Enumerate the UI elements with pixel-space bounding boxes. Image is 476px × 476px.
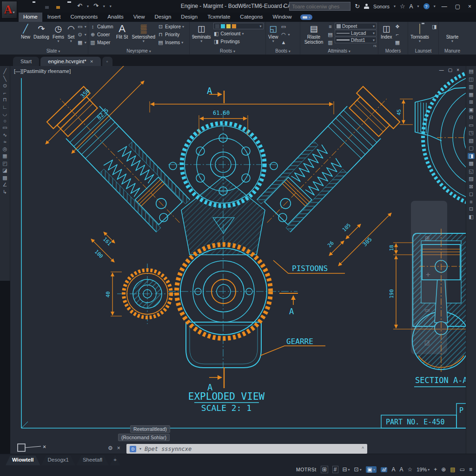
file-tab-drawing[interactable]: engine.hcvrgint* ×: [40, 57, 100, 66]
tab-categories[interactable]: Categons: [235, 13, 267, 22]
command-line[interactable]: D ▾ Bpet sssynncxe ^: [126, 444, 367, 454]
autodesk-a-icon[interactable]: A: [410, 3, 413, 10]
ellipse-tool-icon[interactable]: ◎: [3, 146, 7, 152]
rect-poly-tool-icon[interactable]: ⊓: [3, 97, 7, 103]
views-panel-icon[interactable]: ▭: [469, 122, 473, 128]
osnap-tracking-icon[interactable]: ⊡▾: [354, 466, 362, 473]
sync-icon[interactable]: ↻: [355, 3, 360, 10]
spline-tool-icon[interactable]: ∿: [3, 132, 7, 138]
priority-tool[interactable]: ⊓Priority: [158, 31, 184, 38]
pan-icon[interactable]: ⊕: [441, 466, 446, 473]
dialog-launcher[interactable]: rs: [373, 44, 377, 48]
hatch-editor-panel-icon[interactable]: ▧: [469, 138, 473, 144]
user-caret-icon[interactable]: ▾: [394, 4, 396, 8]
properties-panel-icon[interactable]: ▤: [469, 68, 473, 74]
viewport-close-icon[interactable]: ×: [456, 67, 459, 73]
table-tool[interactable]: ▦▾: [77, 39, 86, 46]
partial-view[interactable]: [415, 68, 466, 207]
clean-screen-icon[interactable]: ▭: [460, 466, 465, 473]
circle-tool-icon[interactable]: ○: [3, 118, 7, 124]
layers-panel-icon[interactable]: ◫: [469, 76, 473, 82]
app-logo[interactable]: A ▾: [1, 1, 17, 19]
help-caret-icon[interactable]: ▾: [434, 4, 436, 8]
annotation-scale-icon[interactable]: af: [381, 467, 387, 472]
search-play-icon[interactable]: ▸: [283, 4, 285, 8]
help-icon[interactable]: ?: [423, 3, 430, 9]
line-tool-icon[interactable]: ╱: [3, 68, 7, 74]
textures-panel-icon[interactable]: ▩: [469, 160, 473, 166]
tab-home[interactable]: Home: [19, 13, 42, 22]
set-button[interactable]: ◠ Set▾: [66, 23, 76, 44]
plot-icon[interactable]: [66, 3, 73, 9]
arc-tool-icon[interactable]: ◡: [3, 111, 7, 117]
moders-tool-1[interactable]: ❖: [394, 23, 400, 30]
viewport-label[interactable]: [—][Pastimiilty rfeename]: [14, 68, 71, 74]
view-arc-tool[interactable]: ◠▾: [281, 31, 290, 38]
setersshed-button[interactable]: ▒ Setersshed▾: [131, 23, 156, 44]
new-drawing-tab-button[interactable]: ◦: [102, 57, 112, 66]
attr-tool-1[interactable]: ≡: [327, 23, 333, 30]
ortho-panel-icon[interactable]: ◻: [469, 191, 473, 197]
list-panel-icon[interactable]: ≡: [469, 199, 472, 205]
user-icon[interactable]: [364, 4, 369, 9]
osnap-panel-icon[interactable]: ⊠: [469, 184, 473, 190]
shade-panel-icon[interactable]: ◧: [469, 214, 473, 220]
new-line-button[interactable]: ╱ New: [20, 23, 31, 40]
moders-tool-2[interactable]: ⌐: [394, 31, 400, 38]
command-expand-icon[interactable]: ^: [362, 446, 364, 451]
calumn-tool[interactable]: ↕Calumn: [90, 23, 113, 30]
file-tab-close-icon[interactable]: ×: [90, 59, 93, 64]
drawing-standards-icon[interactable]: ▤: [450, 466, 455, 473]
open-file-icon[interactable]: [33, 3, 39, 9]
a-caret-icon[interactable]: ▾: [417, 4, 419, 8]
view-button[interactable]: ◱ View▾: [267, 23, 279, 44]
tab-components[interactable]: Compoonts: [66, 13, 102, 22]
undo-icon[interactable]: ↶: [77, 3, 82, 9]
undo-caret-icon[interactable]: ▾: [87, 4, 89, 8]
new-layout-button[interactable]: +: [110, 456, 120, 465]
materials-panel-icon[interactable]: ◨: [468, 153, 474, 159]
viewport-restore-icon[interactable]: ▢: [448, 67, 452, 73]
layer-style-dropdown[interactable]: Laycad▾: [335, 30, 377, 36]
group-label-neyrspme[interactable]: Neyrspme ▾: [90, 48, 188, 54]
command-prompt-text[interactable]: Bpet sssynncxe: [145, 446, 192, 452]
tornisats-button[interactable]: Tornisats▾: [410, 23, 430, 44]
view-tri-tool[interactable]: ▲: [281, 39, 290, 46]
layout-tab-design[interactable]: Desogx1: [41, 456, 75, 465]
seminats-button[interactable]: ◫ 9eminats▾: [191, 23, 212, 44]
command-icon[interactable]: D: [130, 446, 136, 452]
rectangle-tool[interactable]: ▭▾: [77, 23, 86, 30]
save-icon[interactable]: [44, 3, 50, 9]
zoom-level-control[interactable]: 19%▾: [416, 467, 430, 472]
cseriount-tool[interactable]: ◧Cseriount ▾: [213, 30, 264, 37]
color-dropdown[interactable]: Dopeet▾: [335, 23, 377, 29]
attr-tool-2[interactable]: ▤: [327, 31, 333, 38]
cell-panel-icon[interactable]: ⊡: [469, 206, 473, 212]
command-close-icon[interactable]: ×: [117, 445, 120, 451]
qat-customize-icon[interactable]: ▾: [110, 4, 112, 8]
polyline-tool-icon[interactable]: ⌐: [3, 90, 6, 96]
snap-panel-icon[interactable]: ▨: [469, 176, 473, 182]
navigation-overlay[interactable]: ⊞ + ▭ ◲: [411, 201, 447, 354]
customize-icon[interactable]: ⚙: [108, 445, 113, 451]
hatch-tool-icon[interactable]: ▩: [2, 175, 7, 181]
model-space-button[interactable]: MOTRSt: [296, 467, 317, 472]
grid-toggle-icon[interactable]: ⊞: [321, 466, 328, 473]
customization-menu-icon[interactable]: ≡: [469, 466, 472, 473]
tab-insert[interactable]: Insert: [43, 13, 66, 22]
measure-panel-icon[interactable]: ⊞: [469, 99, 473, 105]
solid-tool-icon[interactable]: ◰: [2, 160, 7, 166]
text-tool-button[interactable]: A Flit St: [114, 23, 129, 40]
tab-analits[interactable]: Analits: [103, 13, 128, 22]
group-label-attminats[interactable]: Attminats ▾: [302, 48, 377, 54]
layer-dropdown[interactable]: ▾: [213, 23, 264, 29]
file-tab-start[interactable]: Start: [13, 57, 39, 66]
tab-template[interactable]: Tcxmrlate: [203, 13, 235, 22]
save-as-icon[interactable]: [55, 3, 61, 9]
prsvtings-tool[interactable]: ◨Prsvtings: [213, 38, 264, 45]
ellipse-tool[interactable]: ⊙▾: [77, 31, 86, 38]
ribbon-collapse-pill[interactable]: ▾: [300, 14, 312, 20]
redo-icon[interactable]: ↷: [93, 3, 99, 9]
sheet-set-panel-icon[interactable]: ⊟: [469, 114, 473, 120]
viewport-minimize-icon[interactable]: —: [439, 67, 444, 73]
